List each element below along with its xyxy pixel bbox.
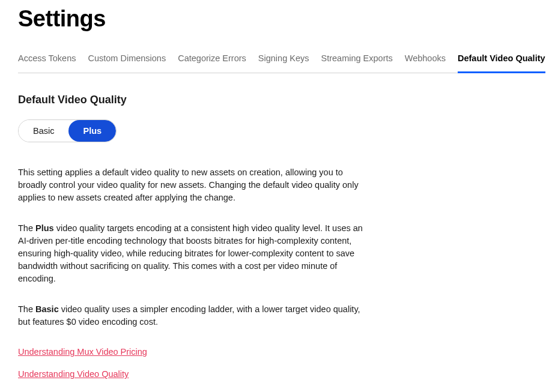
tab-webhooks[interactable]: Webhooks bbox=[405, 53, 446, 73]
basic-paragraph: The Basic video quality uses a simpler e… bbox=[18, 303, 366, 328]
quality-toggle: Basic Plus bbox=[18, 119, 117, 142]
tab-signing-keys[interactable]: Signing Keys bbox=[258, 53, 309, 73]
plus-paragraph: The Plus video quality targets encoding … bbox=[18, 222, 366, 285]
text-fragment: The bbox=[18, 304, 35, 314]
content-area: This setting applies a default video qua… bbox=[18, 166, 366, 391]
basic-label: Basic bbox=[35, 304, 59, 314]
page-title: Settings bbox=[18, 6, 534, 32]
tab-streaming-exports[interactable]: Streaming Exports bbox=[321, 53, 392, 73]
link-quality[interactable]: Understanding Video Quality bbox=[18, 369, 129, 379]
plus-label: Plus bbox=[35, 223, 54, 233]
text-fragment: The bbox=[18, 223, 35, 233]
text-fragment: video quality targets encoding at a cons… bbox=[18, 223, 363, 283]
section-title: Default Video Quality bbox=[18, 94, 534, 106]
link-pricing[interactable]: Understanding Mux Video Pricing bbox=[18, 347, 147, 357]
quality-option-plus[interactable]: Plus bbox=[68, 120, 116, 142]
tab-categorize-errors[interactable]: Categorize Errors bbox=[178, 53, 246, 73]
intro-paragraph: This setting applies a default video qua… bbox=[18, 166, 366, 204]
text-fragment: video quality uses a simpler encoding la… bbox=[18, 304, 360, 327]
tab-custom-dimensions[interactable]: Custom Dimensions bbox=[88, 53, 166, 73]
quality-option-basic[interactable]: Basic bbox=[19, 120, 68, 142]
settings-tabs: Access Tokens Custom Dimensions Categori… bbox=[18, 53, 534, 73]
tab-access-tokens[interactable]: Access Tokens bbox=[18, 53, 76, 73]
tab-default-video-quality[interactable]: Default Video Quality bbox=[458, 53, 545, 73]
